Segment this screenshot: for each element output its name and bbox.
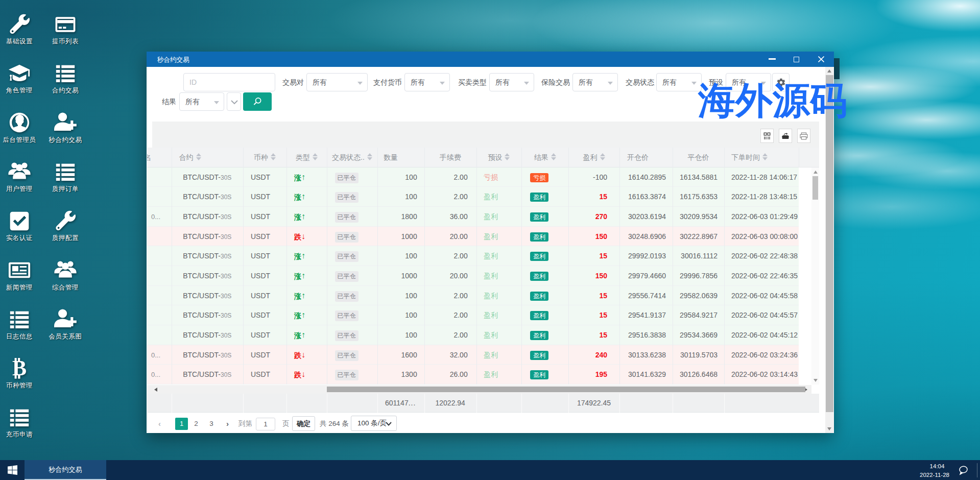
svg-text:₿: ₿ [12, 356, 27, 380]
